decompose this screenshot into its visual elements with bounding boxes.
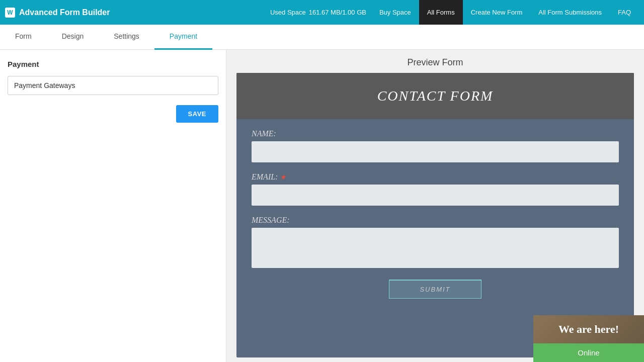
- used-space-value: 161.67 MB/1.00 GB: [309, 9, 366, 16]
- main-layout: Payment Payment Gateways PayPal Stripe S…: [0, 50, 644, 362]
- save-button-row: SAVE: [8, 105, 218, 123]
- logo-icon: W: [5, 8, 15, 18]
- left-panel: Payment Payment Gateways PayPal Stripe S…: [0, 50, 226, 362]
- save-button[interactable]: SAVE: [176, 105, 218, 123]
- required-indicator: ★: [280, 173, 286, 182]
- payment-section-title: Payment: [8, 60, 218, 68]
- top-nav-items: Buy Space All Forms Create New Form All …: [371, 0, 639, 25]
- nav-item-all-forms[interactable]: All Forms: [419, 0, 463, 25]
- form-title: CONTACT FORM: [247, 88, 624, 104]
- field-textarea-message[interactable]: [252, 228, 619, 268]
- form-body: NAME: EMAIL: ★ MESSAGE:: [236, 119, 634, 309]
- preview-title: Preview Form: [226, 50, 644, 73]
- form-submit-row: SUBMIT: [252, 280, 619, 299]
- top-navigation: W Advanced Form Builder Used Space 161.6…: [0, 0, 644, 25]
- nav-item-all-form-submissions[interactable]: All Form Submissions: [530, 0, 610, 25]
- sub-navigation: Form Design Settings Payment: [0, 25, 644, 50]
- field-group-email: EMAIL: ★: [252, 172, 619, 206]
- used-space-indicator: Used Space 161.67 MB/1.00 GB: [265, 9, 371, 16]
- nav-item-buy-space[interactable]: Buy Space: [371, 0, 419, 25]
- chat-status-text: Online: [578, 348, 599, 357]
- preview-panel: Preview Form CONTACT FORM NAME: EMAIL: ★: [226, 50, 644, 362]
- field-input-email[interactable]: [252, 185, 619, 206]
- chat-widget: We are here! Online: [533, 315, 644, 362]
- chat-online-status: Online: [533, 343, 644, 362]
- form-header: CONTACT FORM: [236, 73, 634, 119]
- app-title: Advanced Form Builder: [19, 8, 110, 17]
- form-submit-button[interactable]: SUBMIT: [389, 280, 481, 299]
- payment-gateway-select[interactable]: Payment Gateways PayPal Stripe: [8, 76, 218, 95]
- chat-bubble: We are here!: [533, 315, 644, 343]
- tab-payment[interactable]: Payment: [154, 25, 212, 50]
- payment-gateway-select-wrapper: Payment Gateways PayPal Stripe: [8, 76, 218, 95]
- field-label-name: NAME:: [252, 129, 619, 138]
- field-label-message: MESSAGE:: [252, 216, 619, 225]
- field-label-email: EMAIL: ★: [252, 172, 619, 182]
- chat-bubble-text: We are here!: [558, 323, 619, 335]
- field-input-name[interactable]: [252, 141, 619, 162]
- tab-settings[interactable]: Settings: [99, 25, 154, 50]
- tab-form[interactable]: Form: [0, 25, 47, 50]
- tab-design[interactable]: Design: [47, 25, 99, 50]
- app-logo: W Advanced Form Builder: [5, 8, 110, 18]
- nav-item-create-new-form[interactable]: Create New Form: [463, 0, 531, 25]
- field-group-message: MESSAGE:: [252, 216, 619, 269]
- nav-item-faq[interactable]: FAQ: [610, 0, 639, 25]
- used-space-label: Used Space: [270, 9, 306, 16]
- field-group-name: NAME:: [252, 129, 619, 162]
